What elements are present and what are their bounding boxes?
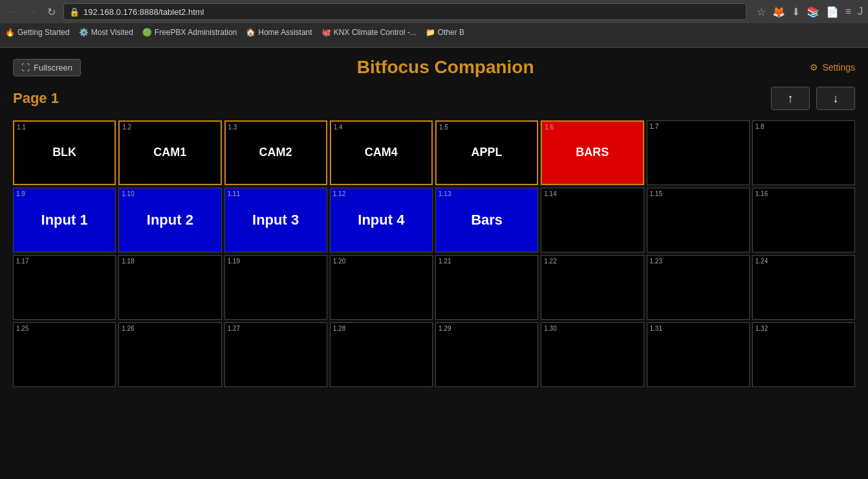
- fullscreen-button[interactable]: ⛶ Fullscreen: [13, 59, 81, 76]
- reload-button[interactable]: ↻: [44, 5, 58, 19]
- stream-button-15[interactable]: 1.15: [647, 188, 750, 252]
- stream-button-7[interactable]: 1.7: [647, 120, 750, 185]
- button-id: 1.7: [650, 123, 659, 130]
- stream-button-28[interactable]: 1.28: [330, 322, 433, 387]
- bookmark-most-visited[interactable]: ⚙️ Most Visited: [79, 28, 133, 37]
- bookmark-other[interactable]: 📁 Other B: [426, 28, 464, 37]
- stream-button-26[interactable]: 1.26: [118, 322, 221, 387]
- stream-button-1[interactable]: 1.1BLK: [13, 120, 116, 185]
- bookmark-home-assistant[interactable]: 🏠 Home Assistant: [246, 28, 312, 37]
- app-title: Bitfocus Companion: [81, 57, 810, 78]
- stream-button-3[interactable]: 1.3CAM2: [224, 120, 327, 185]
- button-id: 1.23: [650, 258, 662, 265]
- stream-button-4[interactable]: 1.4CAM4: [330, 120, 433, 185]
- stream-button-27[interactable]: 1.27: [224, 322, 327, 387]
- address-text: 192.168.0.176:8888/tablet2.html: [83, 7, 204, 17]
- button-id: 1.21: [439, 258, 451, 265]
- stream-button-14[interactable]: 1.14: [541, 188, 644, 252]
- button-text: CAM2: [259, 146, 292, 160]
- stream-button-19[interactable]: 1.19: [224, 255, 327, 320]
- bookmark-label: Home Assistant: [258, 28, 312, 37]
- button-text: Input 1: [41, 212, 88, 228]
- page-down-button[interactable]: ↓: [816, 87, 855, 110]
- stream-button-30[interactable]: 1.30: [541, 322, 644, 387]
- button-id: 1.12: [333, 190, 345, 197]
- button-id: 1.13: [439, 190, 451, 197]
- reader-icon[interactable]: 📄: [826, 6, 839, 18]
- stream-button-24[interactable]: 1.24: [752, 255, 855, 320]
- stream-button-31[interactable]: 1.31: [647, 322, 750, 387]
- address-bar[interactable]: 🔒 192.168.0.176:8888/tablet2.html: [63, 3, 746, 20]
- stream-button-29[interactable]: 1.29: [435, 322, 538, 387]
- stream-button-10[interactable]: 1.10Input 2: [118, 188, 221, 252]
- profile-icon[interactable]: J: [858, 6, 863, 17]
- bookmark-getting-started[interactable]: 🔥 Getting Started: [5, 28, 70, 37]
- button-id: 1.32: [755, 325, 768, 332]
- button-id: 1.6: [545, 124, 554, 131]
- stream-button-21[interactable]: 1.21: [435, 255, 538, 320]
- button-text: Input 3: [252, 212, 299, 228]
- bookmark-knx[interactable]: 🐙 KNX Climate Control -...: [321, 28, 417, 37]
- page-nav: ↑ ↓: [771, 87, 855, 110]
- stream-button-13[interactable]: 1.13Bars: [435, 188, 538, 252]
- security-icon: 🔒: [69, 7, 80, 17]
- settings-button[interactable]: ⚙ Settings: [810, 62, 855, 72]
- page-up-button[interactable]: ↑: [771, 87, 810, 110]
- button-id: 1.30: [544, 325, 556, 332]
- button-text: Input 2: [147, 212, 193, 228]
- button-text: APPL: [472, 146, 503, 160]
- stream-button-2[interactable]: 1.2CAM1: [118, 120, 221, 185]
- stream-button-12[interactable]: 1.12Input 4: [330, 188, 433, 252]
- bookmark-label: KNX Climate Control -...: [334, 28, 417, 37]
- stream-button-22[interactable]: 1.22: [541, 255, 644, 320]
- button-id: 1.16: [755, 190, 768, 197]
- forward-button[interactable]: →: [25, 5, 39, 19]
- browser-icons: ☆ 🦊 ⬇ 📚 📄 ≡ J: [757, 6, 863, 18]
- button-id: 1.31: [650, 325, 662, 332]
- library-icon[interactable]: 📚: [807, 6, 819, 18]
- page-controls: Page 1 ↑ ↓: [0, 87, 868, 118]
- button-id: 1.26: [122, 325, 134, 332]
- button-grid: 1.1BLK1.2CAM11.3CAM21.4CAM41.5APPL1.6BAR…: [0, 118, 868, 390]
- button-id: 1.15: [650, 190, 662, 197]
- stream-button-6[interactable]: 1.6BARS: [541, 120, 644, 185]
- stream-button-9[interactable]: 1.9Input 1: [13, 188, 116, 252]
- button-id: 1.28: [333, 325, 345, 332]
- app-content: ⛶ Fullscreen Bitfocus Companion ⚙ Settin…: [0, 48, 868, 479]
- back-button[interactable]: ←: [5, 5, 19, 19]
- button-id: 1.4: [334, 124, 343, 131]
- button-id: 1.11: [228, 190, 240, 197]
- button-id: 1.29: [439, 325, 451, 332]
- button-id: 1.9: [16, 190, 25, 197]
- mozilla-icon[interactable]: 🦊: [772, 6, 785, 18]
- stream-button-8[interactable]: 1.8: [752, 120, 855, 185]
- bookmark-freepbx[interactable]: 🟢 FreePBX Administration: [142, 28, 237, 37]
- button-id: 1.20: [333, 258, 345, 265]
- stream-button-25[interactable]: 1.25: [13, 322, 116, 387]
- app-header: ⛶ Fullscreen Bitfocus Companion ⚙ Settin…: [0, 48, 868, 87]
- button-text: Bars: [471, 212, 503, 228]
- stream-button-16[interactable]: 1.16: [752, 188, 855, 252]
- download-icon[interactable]: ⬇: [792, 6, 800, 18]
- browser-chrome: ← → ↻ 🔒 192.168.0.176:8888/tablet2.html …: [0, 0, 868, 48]
- stream-button-20[interactable]: 1.20: [330, 255, 433, 320]
- stream-button-18[interactable]: 1.18: [118, 255, 221, 320]
- bookmark-star-icon[interactable]: ☆: [757, 6, 766, 18]
- browser-toolbar: ← → ↻ 🔒 192.168.0.176:8888/tablet2.html …: [0, 0, 868, 23]
- most-visited-icon: ⚙️: [79, 28, 89, 37]
- button-id: 1.27: [228, 325, 240, 332]
- page-title: Page 1: [13, 90, 59, 107]
- button-text: CAM1: [153, 146, 186, 160]
- home-assistant-icon: 🏠: [246, 28, 255, 37]
- stream-button-5[interactable]: 1.5APPL: [435, 120, 538, 185]
- knx-icon: 🐙: [321, 28, 331, 37]
- stream-button-23[interactable]: 1.23: [647, 255, 750, 320]
- button-id: 1.10: [122, 190, 134, 197]
- button-id: 1.25: [16, 325, 28, 332]
- stream-button-17[interactable]: 1.17: [13, 255, 116, 320]
- button-id: 1.8: [755, 123, 765, 130]
- bookmark-label: Getting Started: [17, 28, 70, 37]
- stream-button-32[interactable]: 1.32: [752, 322, 855, 387]
- menu-icon[interactable]: ≡: [845, 6, 851, 17]
- stream-button-11[interactable]: 1.11Input 3: [224, 188, 327, 252]
